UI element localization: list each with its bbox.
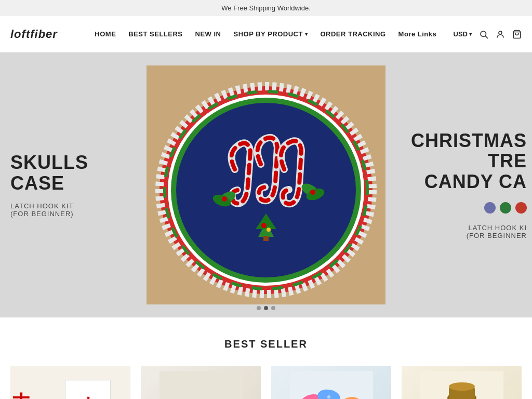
color-dot-green[interactable] xyxy=(500,202,511,214)
svg-rect-29 xyxy=(159,371,243,399)
hero-left-text: SKULLSCASE LATCH HOOK KIT(FOR BEGINNER) xyxy=(0,52,104,317)
nav-shop-by-product[interactable]: SHOP BY PRODUCT xyxy=(234,30,308,38)
search-icon[interactable] xyxy=(479,30,488,39)
nav-more-links[interactable]: More Links xyxy=(398,30,437,38)
product-card-2[interactable]: 幸運 xyxy=(141,366,261,399)
slider-dots xyxy=(257,306,275,310)
account-icon[interactable] xyxy=(496,30,505,39)
hero-right-product-sub: LATCH HOOK KI(FOR BEGINNER xyxy=(467,224,527,240)
product-image-3 xyxy=(271,366,391,399)
top-banner: We Free Shipping Worldwide. xyxy=(0,0,532,16)
hero-slider: SKULLSCASE LATCH HOOK KIT(FOR BEGINNER) xyxy=(0,52,532,317)
hero-right-product-name: CHRISTMAS TRECANDY CA xyxy=(371,130,527,192)
svg-point-50 xyxy=(327,395,330,398)
cart-icon[interactable] xyxy=(512,30,522,39)
svg-point-12 xyxy=(222,196,227,202)
product-card-1[interactable]: 未 來 xyxy=(10,366,130,399)
svg-text:未: 未 xyxy=(78,396,98,399)
product-image-2: 幸運 xyxy=(141,366,261,399)
color-dots xyxy=(484,202,527,214)
hero-center-image xyxy=(134,52,398,317)
logo[interactable]: loftfiber xyxy=(10,28,78,41)
header: loftfiber HOME BEST SELLERS NEW IN SHOP … xyxy=(0,16,532,52)
product-image-1: 未 來 xyxy=(10,366,130,399)
slider-dot-3[interactable] xyxy=(271,306,275,310)
nav-order-tracking[interactable]: ORDER TRACKING xyxy=(320,30,385,38)
product-image-4 xyxy=(402,366,522,399)
slider-dot-2[interactable] xyxy=(264,306,268,310)
best-seller-section: BEST SELLER 未 來 xyxy=(0,317,532,399)
hero-right-text: CHRISTMAS TRECANDY CA LATCH HOOK KI(FOR … xyxy=(371,52,532,317)
product-card-4[interactable] xyxy=(402,366,522,399)
svg-point-19 xyxy=(261,223,267,228)
banner-text: We Free Shipping Worldwide. xyxy=(221,4,311,12)
nav-new-in[interactable]: NEW IN xyxy=(195,30,221,38)
slider-dot-1[interactable] xyxy=(257,306,261,310)
header-icons: USD xyxy=(454,30,522,39)
nav: HOME BEST SELLERS NEW IN SHOP BY PRODUCT… xyxy=(78,30,454,38)
color-dot-red[interactable] xyxy=(515,202,527,214)
color-dot-blue[interactable] xyxy=(484,202,496,214)
hero-left-product-sub: LATCH HOOK KIT(FOR BEGINNER) xyxy=(10,202,104,218)
svg-line-1 xyxy=(485,36,487,38)
svg-point-56 xyxy=(449,382,475,391)
nav-best-sellers[interactable]: BEST SELLERS xyxy=(128,30,182,38)
product-grid: 未 來 xyxy=(10,366,522,399)
svg-point-2 xyxy=(499,31,502,34)
section-title: BEST SELLER xyxy=(10,338,522,350)
hero-left-product-name: SKULLSCASE xyxy=(10,152,104,193)
nav-home[interactable]: HOME xyxy=(95,30,116,38)
currency-selector[interactable]: USD xyxy=(454,30,472,38)
svg-point-15 xyxy=(310,190,315,195)
svg-point-20 xyxy=(267,228,271,232)
product-card-3[interactable] xyxy=(271,366,391,399)
svg-rect-18 xyxy=(263,236,269,241)
